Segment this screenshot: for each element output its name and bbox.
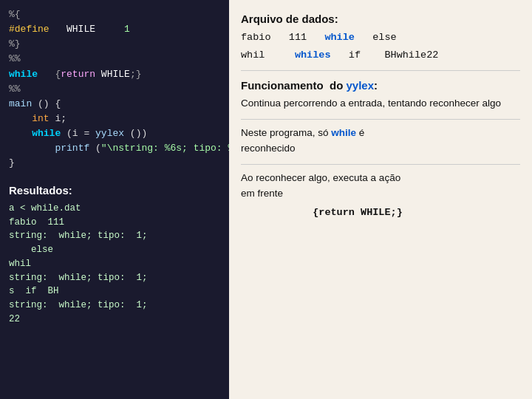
funcionamento-title: Funcionamento do yylex:: [241, 77, 520, 95]
arquivo-row1: fabio 111 while else: [241, 30, 520, 46]
code-line: %%: [9, 82, 220, 97]
code-line: %%: [9, 52, 220, 66]
funcionamento-section: Funcionamento do yylex: Continua percorr…: [241, 77, 520, 112]
neste-section: Neste programa, só while éreconhecido: [241, 126, 520, 157]
code-line: int i;: [9, 112, 220, 126]
results-block: a < while.dat fabio 111 string: while; t…: [9, 202, 220, 327]
funcionamento-text: Continua percorrendo a entrada, tentando…: [241, 96, 520, 112]
neste-text: Neste programa, só while éreconhecido: [241, 126, 520, 157]
code-line: main () {: [9, 97, 220, 112]
ao-text: Ao reconhecer algo, executa a açãoem fre…: [241, 171, 520, 202]
ao-code: {return WHILE;}: [241, 205, 520, 221]
code-line: printf ("\nstring: %6s; tipo: %d; \n", y…: [9, 141, 220, 156]
divider3: [241, 164, 520, 165]
arquivo-title: Arquivo de dados:: [241, 10, 520, 28]
divider2: [241, 119, 520, 120]
code-line: while (i = yylex ()): [9, 126, 220, 141]
ao-section: Ao reconhecer algo, executa a açãoem fre…: [241, 171, 520, 220]
arquivo-row2: whil whiles if BHwhile22: [241, 47, 520, 64]
code-line: #define WHILE 1: [9, 22, 220, 37]
results-title: Resultados:: [9, 182, 220, 199]
divider1: [241, 70, 520, 71]
right-panel: Arquivo de dados: fabio 111 while else w…: [229, 0, 532, 399]
left-panel: %{ #define WHILE 1 %} %% while {return W…: [0, 0, 229, 399]
code-line: }: [9, 156, 220, 171]
code-line: while {return WHILE;}: [9, 67, 220, 82]
code-line: %}: [9, 37, 220, 52]
code-block: %{ #define WHILE 1 %} %% while {return W…: [9, 7, 220, 171]
code-line: %{: [9, 7, 220, 22]
results-code: a < while.dat fabio 111 string: while; t…: [9, 202, 220, 327]
arquivo-section: Arquivo de dados: fabio 111 while else w…: [241, 10, 520, 63]
